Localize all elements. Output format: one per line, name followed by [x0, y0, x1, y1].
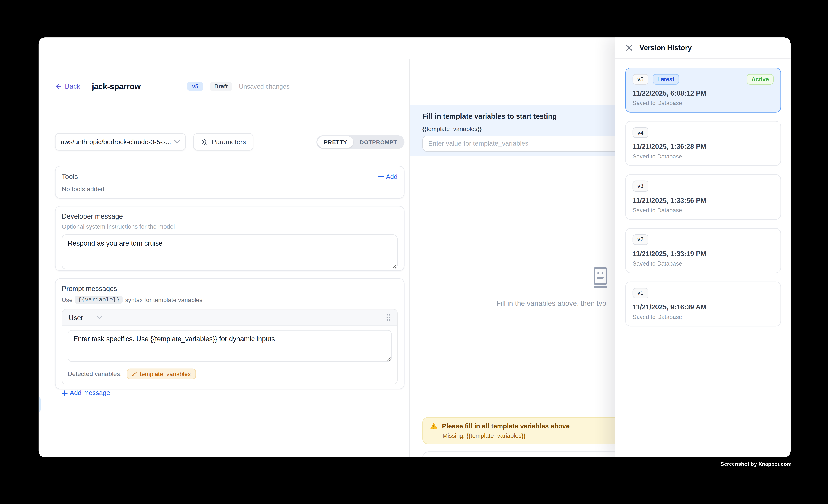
version-storage: Saved to Database — [633, 260, 774, 267]
detected-variable-name: template_variables — [140, 371, 191, 377]
version-chips-row: v3 — [633, 181, 774, 192]
version-tag-badge: v1 — [633, 288, 648, 298]
unsaved-changes-text: Unsaved changes — [239, 83, 290, 90]
plus-icon — [378, 174, 384, 179]
model-select-value: aws/anthropic/bedrock-claude-3-5-s... — [61, 138, 174, 145]
version-storage: Saved to Database — [633, 314, 774, 320]
prompt-editor-column: Back jack-sparrow v5 Draft Unsaved chang… — [39, 58, 410, 457]
version-chips-row: v1 — [633, 288, 774, 298]
model-select[interactable]: aws/anthropic/bedrock-claude-3-5-s... — [55, 133, 186, 151]
chevron-down-icon — [174, 140, 180, 144]
version-card[interactable]: v5 Latest Active 11/22/2025, 6:08:12 PM … — [625, 68, 781, 113]
version-storage: Saved to Database — [633, 100, 774, 106]
message-block: User Enter task specifics. Use {{templat… — [62, 309, 398, 384]
watermark-text: Screenshot by Xnapper.com — [720, 461, 791, 467]
hint-suffix: syntax for template variables — [125, 297, 203, 303]
prompt-messages-title: Prompt messages — [62, 285, 398, 292]
version-chips-row: v5 Latest Active — [633, 74, 774, 85]
draft-status-badge: Draft — [209, 82, 233, 91]
pencil-icon — [132, 371, 137, 377]
version-timestamp: 11/21/2025, 9:16:39 AM — [633, 303, 774, 311]
version-timestamp: 11/21/2025, 1:33:56 PM — [633, 196, 774, 204]
detected-variables-label: Detected variables: — [68, 370, 122, 378]
version-tag-badge: v3 — [633, 181, 648, 192]
bot-icon — [590, 266, 611, 288]
version-card[interactable]: v2 11/21/2025, 1:33:19 PM Saved to Datab… — [625, 228, 781, 273]
role-select[interactable]: User — [69, 313, 103, 321]
gear-icon — [201, 138, 208, 145]
tools-empty-text: No tools added — [62, 185, 398, 193]
chevron-down-icon — [97, 316, 103, 320]
back-button[interactable]: Back — [55, 82, 80, 90]
version-tag-badge: v4 — [633, 127, 648, 138]
page-title: jack-sparrow — [92, 82, 141, 91]
version-timestamp: 11/22/2025, 6:08:12 PM — [633, 89, 774, 97]
developer-message-subtitle: Optional system instructions for the mod… — [62, 223, 398, 230]
parameters-label: Parameters — [212, 138, 246, 145]
version-card[interactable]: v4 11/21/2025, 1:36:28 PM Saved to Datab… — [625, 121, 781, 166]
plus-icon — [62, 390, 68, 396]
breadcrumb: Back jack-sparrow v5 Draft Unsaved chang… — [55, 82, 290, 91]
version-card[interactable]: v3 11/21/2025, 1:33:56 PM Saved to Datab… — [625, 174, 781, 219]
version-timestamp: 11/21/2025, 1:33:19 PM — [633, 250, 774, 258]
message-header: User — [62, 309, 397, 326]
prompt-syntax-hint: Use {{variable}} syntax for template var… — [62, 296, 398, 303]
version-history-title: Version History — [639, 44, 692, 52]
empty-state-text: Fill in the variables above, then typ — [496, 299, 606, 307]
model-toolbar: aws/anthropic/bedrock-claude-3-5-s... Pa… — [55, 133, 405, 151]
version-history-panel: Version History v5 Latest Active 11/22/2… — [615, 37, 790, 457]
version-tag-badge: v2 — [633, 234, 648, 245]
version-storage: Saved to Database — [633, 153, 774, 160]
add-tool-label: Add — [386, 173, 398, 180]
prompt-messages-card: Prompt messages Use {{variable}} syntax … — [55, 278, 405, 389]
version-timestamp: 11/21/2025, 1:36:28 PM — [633, 143, 774, 151]
user-message-textarea[interactable]: Enter task specifics. Use {{template_var… — [68, 330, 392, 362]
developer-message-card: Developer message Optional system instru… — [55, 206, 405, 271]
version-tag-badge: v5 — [633, 74, 648, 85]
hint-prefix: Use — [62, 297, 73, 303]
role-select-value: User — [69, 313, 83, 321]
arrow-left-icon — [55, 83, 62, 90]
version-storage: Saved to Database — [633, 207, 774, 213]
developer-message-title: Developer message — [62, 212, 398, 220]
edge-toast-sliver — [39, 397, 41, 412]
version-list: v5 Latest Active 11/22/2025, 6:08:12 PM … — [615, 58, 791, 335]
back-label: Back — [65, 82, 80, 90]
latest-badge: Latest — [653, 74, 679, 85]
toggle-option-pretty[interactable]: PRETTY — [318, 136, 354, 148]
version-history-header: Version History — [615, 37, 791, 58]
add-message-label: Add message — [70, 389, 110, 396]
format-toggle: PRETTY DOTPROMPT — [317, 135, 404, 149]
detected-variable-chip[interactable]: template_variables — [127, 369, 196, 379]
parameters-button[interactable]: Parameters — [193, 133, 253, 151]
drag-handle-icon[interactable] — [386, 314, 391, 321]
variable-syntax-chip: {{variable}} — [75, 296, 123, 303]
developer-message-textarea[interactable]: Respond as you are tom cruise — [62, 235, 398, 269]
message-body: Enter task specifics. Use {{template_var… — [62, 326, 397, 365]
version-badge: v5 — [187, 82, 203, 91]
detected-variables-row: Detected variables: template_variables — [62, 365, 397, 384]
close-icon[interactable] — [625, 44, 633, 52]
version-chips-row: v2 — [633, 234, 774, 245]
add-message-button[interactable]: Add message — [62, 389, 398, 396]
screenshot-stage: Back jack-sparrow v5 Draft Unsaved chang… — [0, 0, 828, 504]
tools-title: Tools — [62, 173, 78, 181]
tools-card: Tools Add No tools added — [55, 166, 405, 199]
warning-triangle-icon — [430, 422, 438, 430]
active-badge: Active — [747, 74, 774, 85]
app-window: Back jack-sparrow v5 Draft Unsaved chang… — [39, 37, 791, 457]
add-tool-button[interactable]: Add — [378, 173, 398, 180]
warning-title: Please fill in all template variables ab… — [442, 422, 570, 430]
version-card[interactable]: v1 11/21/2025, 9:16:39 AM Saved to Datab… — [625, 281, 781, 326]
version-chips-row: v4 — [633, 127, 774, 138]
toggle-option-dotprompt[interactable]: DOTPROMPT — [354, 136, 404, 148]
